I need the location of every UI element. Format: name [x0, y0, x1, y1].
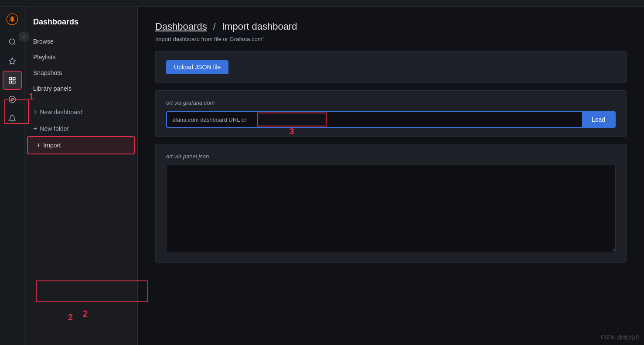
app-body: ›: [0, 7, 644, 345]
svg-marker-3: [9, 58, 15, 64]
svg-rect-7: [13, 81, 15, 83]
browse-label: Browse: [33, 38, 54, 45]
sidebar-item-alerting[interactable]: [3, 110, 21, 127]
submenu-browse[interactable]: Browse: [24, 34, 137, 49]
panel-json-section: ort via panel json: [155, 144, 627, 263]
plus-icon-import: +: [37, 141, 41, 149]
grafana-url-input[interactable]: [257, 113, 327, 126]
submenu-title: Dashboards: [24, 14, 137, 34]
sidebar-icons: ›: [0, 7, 24, 345]
page-subtitle: Import dashboard from file or Grafana.co…: [155, 36, 627, 42]
new-dashboard-label: New dashboard: [40, 109, 82, 116]
new-folder-label: New folder: [40, 125, 69, 132]
panel-json-label: ort via panel json: [166, 153, 616, 160]
svg-rect-5: [13, 77, 15, 79]
grafana-import-section: ort via grafana.com afana.com dashboard …: [155, 90, 627, 137]
snapshots-label: Snapshots: [33, 69, 62, 76]
submenu-snapshots[interactable]: Snapshots: [24, 65, 137, 81]
plus-icon-dashboard: +: [33, 108, 37, 116]
annotation-2: 2: [68, 312, 73, 322]
breadcrumb-current: Import dashboard: [222, 21, 297, 32]
annotation-3: 3: [290, 126, 294, 137]
main-content: 1 2 Dashboards / Import dashboard Import…: [138, 7, 644, 345]
import-label: Import: [43, 142, 61, 149]
submenu-library-panels[interactable]: Library panels: [24, 81, 137, 96]
grafana-section-label: ort via grafana.com: [166, 99, 616, 106]
submenu-playlists[interactable]: Playlists: [24, 49, 137, 65]
upload-section: Upload JSON file: [155, 51, 627, 83]
grafana-logo[interactable]: [3, 10, 21, 28]
submenu-import[interactable]: + Import: [28, 137, 134, 154]
sidebar-toggle[interactable]: ›: [19, 31, 29, 42]
panel-json-textarea[interactable]: [166, 165, 616, 252]
plus-icon-folder: +: [33, 125, 37, 133]
submenu-new-folder[interactable]: + New folder: [24, 120, 137, 137]
breadcrumb-dashboards-link[interactable]: Dashboards: [155, 21, 207, 32]
grafana-input-wrapper: 3: [257, 113, 327, 126]
load-button[interactable]: Load: [582, 112, 615, 127]
sidebar-item-starred[interactable]: [3, 52, 21, 70]
breadcrumb-separator: /: [213, 21, 218, 32]
sidebar-item-search[interactable]: [3, 33, 21, 51]
upload-json-button[interactable]: Upload JSON file: [166, 60, 228, 74]
breadcrumb: Dashboards / Import dashboard: [155, 21, 627, 32]
playlists-label: Playlists: [33, 54, 55, 61]
page-header: Dashboards / Import dashboard Import das…: [155, 21, 627, 42]
sidebar-item-explore[interactable]: [3, 91, 21, 108]
submenu-divider: [24, 100, 137, 100]
library-panels-label: Library panels: [33, 85, 72, 92]
svg-point-2: [9, 39, 14, 44]
annotation-box-2: [138, 280, 148, 302]
dashboard-submenu: Dashboards Browse Playlists Snapshots Li…: [24, 7, 138, 345]
grafana-input-row: afana.com dashboard URL or 3 Load: [166, 111, 616, 128]
svg-point-8: [9, 96, 15, 103]
grafana-input-prefix: afana.com dashboard URL or: [167, 113, 252, 126]
svg-rect-6: [9, 81, 11, 83]
svg-point-1: [11, 18, 14, 20]
sidebar-item-dashboards[interactable]: [3, 72, 21, 89]
submenu-new-dashboard[interactable]: + New dashboard: [24, 104, 137, 120]
top-bar: [0, 0, 644, 7]
svg-marker-9: [10, 98, 13, 101]
watermark: CSDN @思1念0: [601, 334, 639, 342]
svg-rect-4: [9, 77, 11, 79]
